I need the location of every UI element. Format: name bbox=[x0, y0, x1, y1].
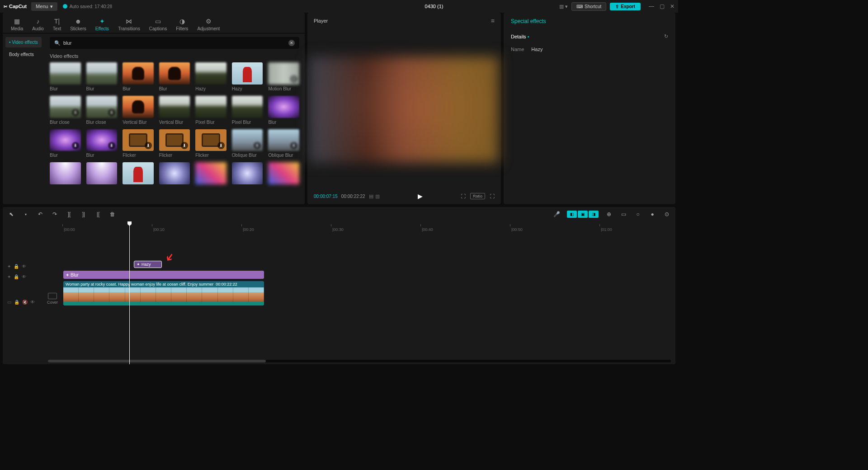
split-right-tool[interactable]: |​[ bbox=[94, 211, 102, 217]
download-icon: ⬇ bbox=[108, 109, 115, 116]
layout-icon[interactable]: ▥ ▾ bbox=[559, 4, 568, 9]
ratio-button[interactable]: Ratio bbox=[470, 193, 485, 199]
delete-button[interactable]: 🗑 bbox=[108, 211, 117, 217]
menu-button[interactable]: Menu ▾ bbox=[31, 2, 57, 11]
video-track-icon[interactable]: ▭ bbox=[7, 300, 11, 305]
list-icon-2[interactable]: ▥ bbox=[375, 193, 380, 199]
magnet-3[interactable]: ◨ bbox=[589, 211, 599, 218]
effect-item[interactable] bbox=[232, 162, 263, 186]
effect-flicker[interactable]: ⬇Flicker bbox=[195, 129, 226, 158]
hazy-clip[interactable]: ✦ Hazy bbox=[134, 261, 162, 268]
split-tool[interactable]: ]​[ bbox=[65, 211, 73, 217]
tab-transitions[interactable]: ⋈Transitions bbox=[115, 15, 143, 33]
effect-oblique-blur[interactable]: ⬇Oblique Blur bbox=[268, 129, 299, 158]
scan-icon[interactable]: ⛶ bbox=[461, 193, 466, 199]
list-icon[interactable]: ▤ bbox=[369, 193, 373, 199]
video-preview[interactable] bbox=[310, 56, 499, 163]
effect-blur[interactable]: Blur bbox=[86, 62, 118, 91]
effect-blur[interactable]: Blur bbox=[268, 96, 299, 125]
tab-captions[interactable]: ▭Captions bbox=[146, 15, 170, 33]
redo-button[interactable]: ↷ bbox=[51, 211, 59, 217]
video-clip[interactable]: Woman party at rocky coast. Happy woman … bbox=[63, 281, 264, 306]
effect-item[interactable] bbox=[86, 162, 118, 186]
close-button[interactable]: ✕ bbox=[670, 3, 675, 9]
eye-icon[interactable]: 👁 bbox=[22, 274, 26, 279]
mic-icon[interactable]: 🎤 bbox=[552, 211, 561, 217]
sidebar-item-body-effects[interactable]: Body effects bbox=[5, 49, 42, 60]
clear-search-button[interactable]: ✕ bbox=[288, 40, 295, 46]
tab-media[interactable]: ▦Media bbox=[8, 15, 26, 33]
minimize-button[interactable]: — bbox=[649, 3, 654, 9]
captions-icon: ▭ bbox=[154, 17, 162, 25]
split-left-tool[interactable]: ]​| bbox=[80, 211, 88, 217]
timeline[interactable]: ✦ 🔒 👁 ✦ 🔒 👁 ▭ 🔒 🔇 👁 Cover |00:00|00:10|0… bbox=[3, 221, 675, 364]
effect-vertical-blur[interactable]: Vertical Blur bbox=[123, 96, 154, 125]
mute-icon[interactable]: 🔇 bbox=[22, 300, 28, 305]
player-menu-icon[interactable]: ≡ bbox=[491, 17, 495, 24]
cover-button[interactable]: Cover bbox=[47, 293, 58, 305]
timeline-scrollbar[interactable] bbox=[48, 360, 671, 362]
export-button[interactable]: ⇧ Export bbox=[610, 3, 641, 10]
effect-blur[interactable]: Blur bbox=[159, 62, 190, 91]
timeline-ruler[interactable]: |00:00|00:10|00:20|00:30|00:40|00:50|01:… bbox=[62, 222, 675, 231]
effect-oblique-blur[interactable]: ⬇Oblique Blur bbox=[232, 129, 263, 158]
eye-icon[interactable]: 👁 bbox=[22, 264, 26, 269]
effect-blur-close[interactable]: ⬇Blur close bbox=[86, 96, 118, 125]
effect-track-icon[interactable]: ✦ bbox=[7, 264, 11, 269]
timeline-toolbar: ⬉ ▾ ↶ ↷ ]​[ ]​| |​[ 🗑 🎤 ◧ ▣ ◨ ⊕ ▭ ○ ● ⊙ bbox=[3, 207, 675, 221]
tab-text[interactable]: T|Text bbox=[50, 15, 64, 33]
magnet-1[interactable]: ◧ bbox=[567, 211, 577, 218]
effect-vertical-blur[interactable]: Vertical Blur bbox=[159, 96, 190, 125]
lock-icon[interactable]: 🔒 bbox=[14, 264, 19, 269]
reset-icon[interactable]: ↻ bbox=[664, 33, 668, 39]
tab-filters[interactable]: ◑Filters bbox=[173, 15, 191, 33]
blur-clip[interactable]: ✦ Blur bbox=[63, 271, 264, 279]
download-icon: ⬇ bbox=[72, 109, 79, 116]
effect-item[interactable] bbox=[123, 162, 154, 186]
align-icon[interactable]: ⊕ bbox=[605, 211, 613, 217]
pointer-dropdown[interactable]: ▾ bbox=[22, 212, 30, 216]
playhead[interactable] bbox=[129, 221, 130, 364]
shortcut-button[interactable]: ⌨ Shortcut bbox=[571, 2, 606, 11]
tab-stickers[interactable]: ☻Stickers bbox=[67, 15, 89, 33]
effect-hazy[interactable]: Hazy bbox=[195, 62, 226, 91]
toggle-icon[interactable]: ● bbox=[648, 211, 656, 217]
play-button[interactable]: ▶ bbox=[418, 193, 423, 200]
effect-track-hazy[interactable]: ✦ Hazy ➔ bbox=[62, 259, 675, 269]
sidebar-item-video-effects[interactable]: Video effects bbox=[5, 37, 42, 47]
search-input[interactable] bbox=[63, 40, 286, 46]
tab-audio[interactable]: ♪Audio bbox=[29, 15, 47, 33]
effect-item[interactable] bbox=[50, 162, 81, 186]
tab-effects[interactable]: ✦Effects bbox=[93, 15, 112, 33]
pointer-tool[interactable]: ⬉ bbox=[7, 211, 15, 217]
effect-blur[interactable]: Blur bbox=[50, 62, 81, 91]
effect-item[interactable] bbox=[195, 162, 226, 186]
search-box[interactable]: 🔍 ✕ bbox=[50, 37, 299, 49]
zoom-fit-icon[interactable]: ⊙ bbox=[663, 211, 671, 217]
tab-adjustment[interactable]: ⚙Adjustment bbox=[194, 15, 222, 33]
effect-track-icon[interactable]: ✦ bbox=[7, 274, 11, 279]
effect-motion-blur[interactable]: ⬇Motion Blur bbox=[268, 62, 299, 91]
effect-flicker[interactable]: ⬇Flicker bbox=[123, 129, 154, 158]
undo-button[interactable]: ↶ bbox=[36, 211, 44, 217]
effect-blur[interactable]: Blur bbox=[123, 62, 154, 91]
video-track[interactable]: Woman party at rocky coast. Happy woman … bbox=[62, 280, 675, 306]
magnet-2[interactable]: ▣ bbox=[578, 211, 588, 218]
effect-item[interactable] bbox=[268, 162, 299, 186]
zoom-out-icon[interactable]: ○ bbox=[634, 211, 642, 217]
effect-hazy[interactable]: Hazy bbox=[232, 62, 263, 91]
effect-flicker[interactable]: ⬇Flicker bbox=[159, 129, 190, 158]
effect-pixel-blur[interactable]: Pixel Blur bbox=[232, 96, 263, 125]
effect-pixel-blur[interactable]: Pixel Blur bbox=[195, 96, 226, 125]
effect-blur[interactable]: ⬇Blur bbox=[86, 129, 118, 158]
track-icon[interactable]: ▭ bbox=[619, 211, 627, 217]
effect-item[interactable] bbox=[159, 162, 190, 186]
effect-blur[interactable]: ⬇Blur bbox=[50, 129, 81, 158]
effect-track-blur[interactable]: ✦ Blur bbox=[62, 270, 675, 280]
lock-icon[interactable]: 🔒 bbox=[14, 274, 19, 279]
fullscreen-icon[interactable]: ⛶ bbox=[490, 193, 495, 199]
lock-icon[interactable]: 🔒 bbox=[14, 300, 19, 305]
eye-icon[interactable]: 👁 bbox=[30, 300, 35, 305]
maximize-button[interactable]: ▢ bbox=[660, 3, 665, 9]
effect-blur-close[interactable]: ⬇Blur close bbox=[50, 96, 81, 125]
